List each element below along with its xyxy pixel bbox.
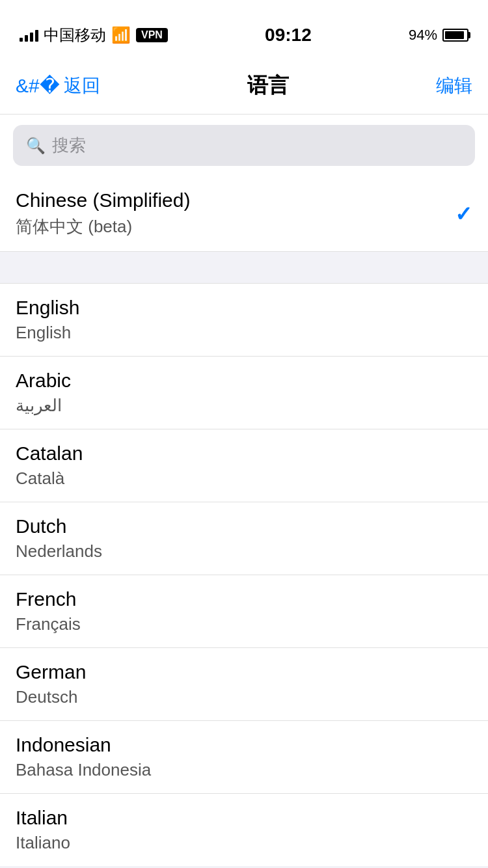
language-native: Français <box>16 614 472 634</box>
signal-icon <box>20 29 38 42</box>
status-time: 09:12 <box>265 25 312 46</box>
status-bar: 中国移动 📶 VPN 09:12 94% <box>0 0 488 57</box>
search-placeholder: 搜索 <box>52 134 86 157</box>
language-native: Nederlands <box>16 541 472 562</box>
nav-bar: &#� 返回 语言 编辑 <box>0 57 488 115</box>
language-native: Italiano <box>16 833 472 853</box>
status-right: 94% <box>409 27 468 44</box>
search-container: 🔍 搜索 <box>0 115 488 176</box>
search-icon: 🔍 <box>26 137 46 155</box>
language-native: Bahasa Indonesia <box>16 760 472 780</box>
language-native: Deutsch <box>16 687 472 707</box>
page-title: 语言 <box>247 72 289 100</box>
language-list-item[interactable]: Catalan Català <box>0 429 488 502</box>
language-list-item[interactable]: Dutch Nederlands <box>0 502 488 575</box>
selected-language-native: 简体中文 (beta) <box>16 215 190 238</box>
language-native: العربية <box>16 396 472 416</box>
language-list-item[interactable]: Indonesian Bahasa Indonesia <box>0 721 488 794</box>
language-list-item[interactable]: Italian Italiano <box>0 794 488 866</box>
language-list-item[interactable]: French Français <box>0 575 488 648</box>
carrier-label: 中国移动 <box>44 25 106 46</box>
battery-percent: 94% <box>409 27 437 44</box>
section-divider <box>0 251 488 284</box>
language-name: French <box>16 588 472 610</box>
language-name: Indonesian <box>16 734 472 756</box>
edit-button[interactable]: 编辑 <box>436 74 472 98</box>
selected-language-item[interactable]: Chinese (Simplified) 简体中文 (beta) ✓ <box>16 176 472 251</box>
language-native: English <box>16 323 472 343</box>
language-list-item[interactable]: Arabic العربية <box>0 357 488 429</box>
selected-language-text: Chinese (Simplified) 简体中文 (beta) <box>16 189 190 238</box>
vpn-badge: VPN <box>136 28 168 42</box>
back-label: 返回 <box>64 74 100 98</box>
selected-language-section: Chinese (Simplified) 简体中文 (beta) ✓ <box>0 176 488 251</box>
language-name: Catalan <box>16 442 472 465</box>
back-button[interactable]: &#� 返回 <box>16 74 100 98</box>
checkmark-icon: ✓ <box>455 202 472 226</box>
language-name: Italian <box>16 807 472 829</box>
language-native: Català <box>16 468 472 489</box>
language-name: Dutch <box>16 515 472 537</box>
search-bar[interactable]: 🔍 搜索 <box>13 125 475 166</box>
wifi-icon: 📶 <box>111 26 131 44</box>
selected-language-name: Chinese (Simplified) <box>16 189 190 211</box>
language-name: Arabic <box>16 370 472 392</box>
status-left: 中国移动 📶 VPN <box>20 25 168 46</box>
battery-icon <box>442 29 468 42</box>
back-chevron-icon: &#� <box>16 76 60 96</box>
language-list-item[interactable]: English English <box>0 284 488 357</box>
language-list: English English Arabic العربية Catalan C… <box>0 284 488 866</box>
language-name: English <box>16 297 472 319</box>
language-list-item[interactable]: German Deutsch <box>0 648 488 721</box>
language-name: German <box>16 661 472 683</box>
